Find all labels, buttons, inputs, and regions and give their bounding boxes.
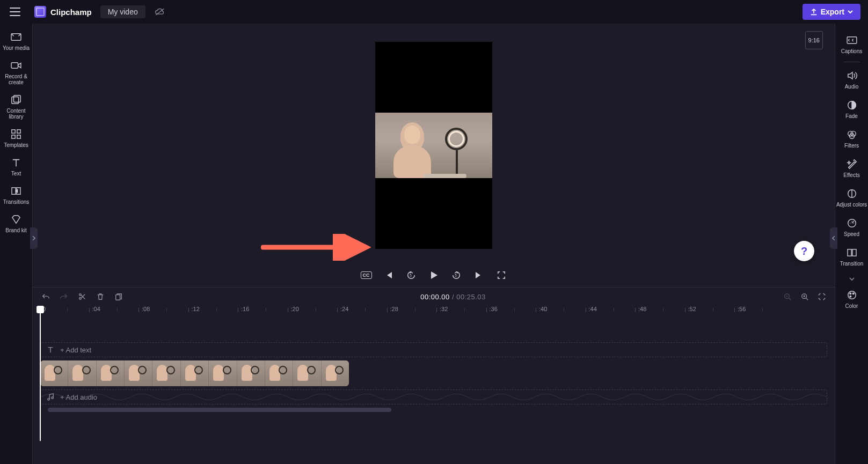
clip-thumbnail — [40, 360, 68, 386]
text-icon — [46, 346, 55, 353]
video-canvas[interactable] — [375, 42, 492, 249]
transitions-icon — [10, 185, 22, 197]
menu-button[interactable] — [4, 1, 26, 23]
svg-rect-3 — [12, 97, 19, 104]
waveform-placeholder-icon — [41, 390, 827, 404]
effects-icon — [846, 158, 858, 170]
clip-thumbnail — [181, 360, 209, 386]
ruler-tick: :52 — [688, 306, 696, 312]
ruler-tick: :16 — [241, 306, 249, 312]
sidebar-item-brand-kit[interactable]: Brand kit — [0, 210, 32, 237]
export-button[interactable]: Export — [803, 4, 860, 20]
timeline-panel: 00:00.00 / 00:25.03 0:04:08:12:16:20:24:… — [33, 287, 835, 464]
app-header: Clipchamp My video Export — [0, 0, 868, 24]
music-icon — [46, 393, 55, 401]
color-icon — [846, 289, 858, 301]
svg-point-29 — [849, 293, 851, 294]
sidebar-item-adjust-colors[interactable]: Adjust colors — [835, 183, 868, 212]
library-icon — [10, 94, 22, 106]
ruler-tick: :24 — [340, 306, 348, 312]
sidebar-item-transition[interactable]: Transition — [835, 242, 868, 271]
svg-point-14 — [79, 298, 82, 300]
sidebar-item-speed[interactable]: Speed — [835, 213, 868, 241]
zoom-fit-button[interactable] — [816, 291, 827, 302]
svg-point-30 — [852, 293, 854, 294]
sidebar-item-templates[interactable]: Templates — [0, 125, 32, 151]
sidebar-item-fade[interactable]: Fade — [835, 95, 868, 123]
clip-thumbnail — [265, 360, 293, 386]
svg-rect-16 — [116, 294, 120, 300]
captions-icon — [846, 34, 858, 46]
clip-thumbnail — [152, 360, 180, 386]
timeline-ruler[interactable]: 0:04:08:12:16:20:24:28:32:36:40:44:48:52… — [40, 306, 835, 321]
svg-rect-27 — [852, 249, 856, 256]
sidebar-item-transitions[interactable]: Transitions — [0, 182, 32, 208]
sidebar-item-audio[interactable]: Audio — [835, 65, 868, 94]
svg-rect-2 — [11, 63, 18, 69]
ruler-tick: :32 — [440, 306, 448, 312]
brand-kit-icon — [10, 213, 22, 225]
add-audio-label: + Add audio — [60, 393, 97, 401]
scrollbar-thumb[interactable] — [48, 408, 391, 412]
zoom-in-button[interactable] — [799, 291, 810, 302]
sidebar-item-filters[interactable]: Filters — [835, 124, 868, 153]
timeline-scrollbar[interactable] — [48, 408, 827, 413]
ruler-tick: :36 — [490, 306, 498, 312]
sidebar-item-color[interactable]: Color — [835, 285, 868, 313]
video-track — [40, 360, 827, 386]
clip-thumbnail — [125, 360, 152, 386]
undo-button[interactable] — [40, 291, 51, 302]
media-icon — [10, 31, 22, 43]
video-frame — [375, 113, 492, 178]
svg-point-28 — [848, 291, 856, 299]
add-text-track[interactable]: + Add text — [40, 342, 827, 357]
aspect-ratio-button[interactable]: 9:16 — [805, 31, 823, 49]
play-button[interactable] — [427, 269, 440, 282]
split-button[interactable] — [77, 291, 87, 302]
sidebar-item-record-create[interactable]: Record & create — [0, 56, 32, 89]
sidebar-item-content-library[interactable]: Content library — [0, 91, 32, 123]
scroll-down-button[interactable] — [835, 277, 868, 281]
annotation-arrow-icon — [261, 234, 371, 261]
project-name-input[interactable]: My video — [100, 5, 145, 18]
redo-button[interactable] — [59, 291, 69, 302]
fullscreen-button[interactable] — [495, 269, 508, 282]
clip-thumbnail — [209, 360, 237, 386]
templates-icon — [10, 128, 22, 140]
ruler-tick: :28 — [390, 306, 398, 312]
help-button[interactable]: ? — [794, 241, 814, 261]
ruler-tick: :44 — [589, 306, 597, 312]
captions-toggle[interactable]: CC — [360, 269, 373, 282]
sidebar-item-captions[interactable]: Captions — [835, 30, 868, 58]
cloud-sync-off-icon[interactable] — [151, 3, 169, 21]
sidebar-item-your-media[interactable]: Your media — [0, 28, 32, 54]
timeline-tracks: + Add text + Add audio — [33, 321, 835, 413]
transition-icon — [846, 247, 858, 259]
ruler-tick: :56 — [738, 306, 746, 312]
add-text-label: + Add text — [60, 346, 91, 354]
player-controls: CC 5 5 — [33, 267, 835, 287]
right-sidebar: Captions Audio Fade Filters Effects Adju… — [835, 24, 868, 464]
duplicate-button[interactable] — [113, 291, 124, 302]
right-panel-expand-handle[interactable] — [830, 227, 837, 249]
add-audio-track[interactable]: + Add audio — [40, 389, 827, 404]
ruler-tick: :08 — [142, 306, 150, 312]
app-name: Clipchamp — [50, 8, 92, 17]
skip-next-button[interactable] — [472, 269, 485, 282]
ruler-tick: :04 — [92, 306, 100, 312]
delete-button[interactable] — [95, 291, 106, 302]
clip-thumbnail — [322, 360, 349, 386]
sidebar-item-effects[interactable]: Effects — [835, 154, 868, 182]
ruler-tick: :48 — [638, 306, 646, 312]
main-area: 9:16 ? CC 5 5 — [33, 24, 835, 464]
text-icon — [10, 157, 22, 168]
sidebar-item-text[interactable]: Text — [0, 153, 32, 180]
rewind-5-button[interactable]: 5 — [405, 269, 418, 282]
svg-point-15 — [79, 294, 82, 296]
app-logo[interactable]: Clipchamp — [31, 6, 95, 18]
skip-prev-button[interactable] — [382, 269, 395, 282]
video-clip[interactable] — [40, 360, 349, 386]
forward-5-button[interactable]: 5 — [450, 269, 463, 282]
zoom-out-button[interactable] — [782, 291, 793, 302]
filters-icon — [846, 129, 858, 141]
